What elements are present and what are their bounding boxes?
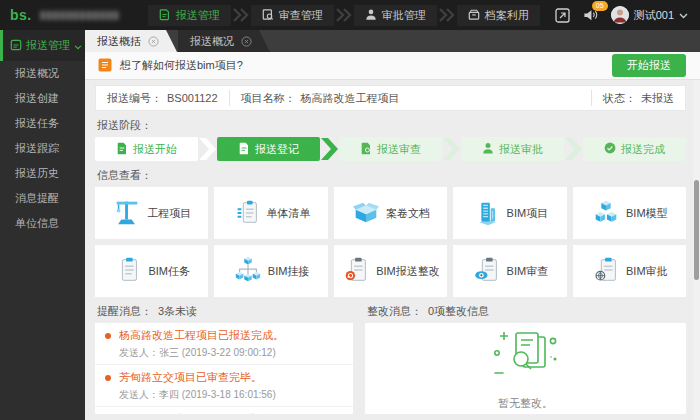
stage-register: 报送登记 (217, 137, 320, 161)
doc-review-icon (262, 8, 274, 23)
sidebar-item-notifications[interactable]: 消息提醒 (0, 186, 85, 211)
rectification-section-label: 整改消息： 0项整改信息 (367, 304, 684, 319)
scrollbar-thumb[interactable] (694, 180, 699, 280)
header-actions: 05 测试001 (555, 6, 688, 24)
reminder-section-label: 提醒消息： 3条未读 (97, 304, 351, 319)
main-area: 报送概括 报送概况 想了解如何报送bim项目? 开始报送 报送编号： BS001… (85, 30, 700, 420)
building-icon (472, 197, 502, 229)
chevron-down-icon (679, 9, 688, 21)
sidebar: 报送管理 报送概况 报送创建 报送任务 报送跟踪 报送历史 消息提醒 单位信息 (0, 30, 85, 420)
fullscreen-icon[interactable] (555, 8, 570, 23)
card-bim-rectification[interactable]: BIM报送整改 (334, 245, 447, 297)
project-name-field: 项目名称： 杨高路改造工程项目 (229, 90, 591, 106)
card-bim-task[interactable]: BIM任务 (95, 245, 208, 297)
network-cubes-icon (233, 255, 263, 287)
submission-code-field: 报送编号： BS001122 (96, 90, 229, 106)
close-icon[interactable] (241, 36, 252, 47)
info-view-section-label: 信息查看： (97, 168, 684, 183)
clipboard-eye-icon (472, 255, 502, 287)
doc-send-icon (159, 8, 171, 23)
clipboard-icon (113, 255, 143, 287)
reminder-item[interactable]: 芳甸路立交项目已审查完毕。 发送人：李四 (2019-3-18 16:01:56… (95, 365, 353, 407)
doc-send-icon (10, 39, 22, 53)
bottom-panels: 提醒消息： 3条未读 杨高路改造工程项目已报送完成。 发送人：张三 (2019-… (95, 297, 686, 414)
stage-start: 报送开始 (95, 137, 198, 161)
help-bar: 想了解如何报送bim项目? 开始报送 (85, 52, 700, 80)
open-box-icon (351, 197, 381, 229)
card-archive-docs[interactable]: 案卷文档 (334, 187, 447, 239)
crane-icon (112, 197, 142, 229)
doc-icon (116, 142, 128, 157)
nav-item-archive[interactable]: 档案利用 (457, 5, 540, 26)
chevron-separator-icon (438, 8, 456, 22)
stages-section-label: 报送阶段： (97, 118, 684, 133)
nav-item-approval[interactable]: 审批管理 (354, 5, 437, 26)
user-menu[interactable]: 测试001 (611, 6, 688, 24)
stage-arrow-icon (564, 138, 583, 160)
status-badge: 未报送 (641, 91, 674, 106)
card-engineering-project[interactable]: 工程项目 (95, 187, 208, 239)
chevron-separator-icon (335, 8, 353, 22)
sidebar-root-submission-management[interactable]: 报送管理 (0, 30, 85, 61)
tab-bar: 报送概括 报送概况 (85, 30, 700, 52)
avatar (611, 6, 629, 24)
unread-dot-icon (105, 333, 111, 339)
chevron-separator-icon (232, 8, 250, 22)
help-doc-icon (98, 58, 112, 74)
sidebar-item-history[interactable]: 报送历史 (0, 161, 85, 186)
card-bim-model[interactable]: BIM模型 (573, 187, 686, 239)
announcement-icon[interactable]: 05 (583, 8, 598, 22)
rectification-section: 整改消息： 0项整改信息 (365, 297, 686, 414)
unread-dot-icon (105, 375, 111, 381)
stage-arrow-icon (198, 138, 217, 160)
unread-count: 3条未读 (158, 304, 197, 319)
empty-docs-search-icon (487, 327, 565, 391)
stage-approval: 报送审批 (461, 137, 564, 161)
card-bim-review[interactable]: BIM审查 (453, 245, 566, 297)
content-scroll-area: 报送编号： BS001122 项目名称： 杨高路改造工程项目 状态： 未报送 报… (85, 80, 700, 420)
check-circle-icon (604, 142, 616, 156)
empty-text: 暂无整改。 (498, 396, 553, 411)
nav-item-review[interactable]: 审查管理 (251, 5, 334, 26)
project-info-row: 报送编号： BS001122 项目名称： 杨高路改造工程项目 状态： 未报送 (95, 85, 686, 111)
clipboard-alert-icon (341, 255, 371, 287)
nav-item-submission[interactable]: 报送管理 (148, 5, 231, 26)
stage-arrow-icon (320, 138, 339, 160)
info-card-grid: 工程项目 单体清单 案卷文档 BIM项目 BIM模型 BIM任务 (95, 187, 686, 297)
doc-edit-icon (238, 142, 250, 157)
card-unit-list[interactable]: 单体清单 (214, 187, 327, 239)
help-text: 想了解如何报送bim项目? (120, 58, 243, 73)
clipboard-seal-icon (591, 255, 621, 287)
reminder-item[interactable]: 杨高路改造工程项目已报送完成。 发送人：张三 (2019-3-22 09:00:… (95, 323, 353, 365)
tab-submission-summary[interactable]: 报送概括 (85, 30, 177, 52)
sidebar-item-create[interactable]: 报送创建 (0, 86, 85, 111)
person-approve-icon (365, 8, 377, 23)
sidebar-item-unit-info[interactable]: 单位信息 (0, 211, 85, 236)
app-title-redacted: ████████████ (40, 11, 120, 20)
reminder-list: 杨高路改造工程项目已报送完成。 发送人：张三 (2019-3-22 09:00:… (95, 323, 353, 414)
archive-icon (468, 8, 480, 23)
notification-badge: 05 (592, 1, 608, 11)
close-icon[interactable] (148, 36, 159, 47)
card-bim-approval[interactable]: BIM审批 (573, 245, 686, 297)
start-submission-button[interactable]: 开始报送 (612, 54, 686, 77)
top-header: bs. ████████████ 报送管理 审查管理 审批管理 档案利用 05 (0, 0, 700, 30)
stage-complete: 报送完成 (583, 137, 686, 161)
vertical-scrollbar[interactable] (693, 80, 700, 420)
sidebar-item-tracking[interactable]: 报送跟踪 (0, 136, 85, 161)
sidebar-item-tasks[interactable]: 报送任务 (0, 111, 85, 136)
app-logo: bs. (10, 7, 32, 23)
card-bim-project[interactable]: BIM项目 (453, 187, 566, 239)
rectification-count: 0项整改信息 (428, 304, 489, 319)
doc-search-icon (360, 142, 372, 157)
main-nav: 报送管理 审查管理 审批管理 档案利用 (148, 5, 540, 26)
tab-submission-overview[interactable]: 报送概况 (178, 30, 270, 52)
stage-arrow-icon (442, 138, 461, 160)
chevron-down-icon (74, 40, 82, 52)
card-bim-link[interactable]: BIM挂接 (214, 245, 327, 297)
reminder-section: 提醒消息： 3条未读 杨高路改造工程项目已报送完成。 发送人：张三 (2019-… (95, 297, 353, 414)
person-icon (482, 142, 494, 156)
sidebar-item-overview[interactable]: 报送概况 (0, 61, 85, 86)
status-field: 状态： 未报送 (591, 90, 685, 106)
reminder-item[interactable]: 高科中路改建工程项目已登记完成。 发送人：王五 (2019-3-15 11:35… (95, 407, 353, 414)
